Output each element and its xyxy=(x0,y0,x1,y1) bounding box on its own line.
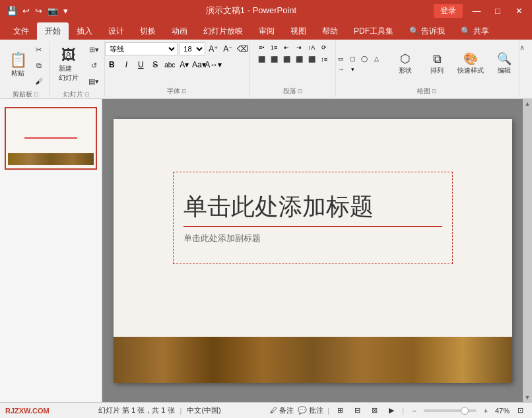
new-slide-label: 新建幻灯片 xyxy=(59,64,79,83)
scroll-down-button[interactable]: ▼ xyxy=(524,393,531,402)
tab-pdf[interactable]: PDF工具集 xyxy=(346,22,401,40)
slides-expand-icon[interactable]: ⊡ xyxy=(84,91,90,98)
zoom-slider[interactable] xyxy=(424,409,477,412)
normal-view-button[interactable]: ⊞ xyxy=(333,405,347,417)
tab-slideshow[interactable]: 幻灯片放映 xyxy=(195,22,251,40)
edit-button[interactable]: 🔍 编辑 xyxy=(490,51,519,77)
tab-review[interactable]: 审阅 xyxy=(251,22,283,40)
redo-icon[interactable]: ↪ xyxy=(34,5,44,17)
font-color-button[interactable]: A▾ xyxy=(178,58,191,71)
ribbon-collapse-button[interactable]: ∧ xyxy=(519,44,525,52)
slide-canvas[interactable]: 单击此处添加标题 单击此处添加副标题 xyxy=(114,119,512,383)
quick-style-button[interactable]: 🎨 快速样式 xyxy=(454,51,487,77)
login-button[interactable]: 登录 xyxy=(433,3,463,18)
shape-oval[interactable]: ◯ xyxy=(359,54,370,63)
convert-smartart-button[interactable]: ⟳ xyxy=(318,42,330,53)
slide-info: 幻灯片 第 1 张，共 1 张 xyxy=(98,405,175,415)
copy-button[interactable]: ⧉ xyxy=(32,58,46,73)
shape-button[interactable]: ⬡ 形状 xyxy=(391,51,420,77)
align-center-button[interactable]: ⬛ xyxy=(268,54,280,65)
tab-home[interactable]: 开始 xyxy=(37,22,69,40)
reading-view-button[interactable]: ⊠ xyxy=(368,405,381,417)
tab-help[interactable]: 帮助 xyxy=(314,22,346,40)
tab-animations[interactable]: 动画 xyxy=(164,22,195,40)
slide-layout-button[interactable]: ⊞▾ xyxy=(86,42,101,57)
italic-button[interactable]: I xyxy=(119,58,133,71)
indent-decrease-button[interactable]: ⇤ xyxy=(281,42,292,53)
slide-title-text: 单击此处添加标题 xyxy=(183,191,442,223)
tab-design[interactable]: 设计 xyxy=(100,22,132,40)
maximize-button[interactable]: □ xyxy=(490,3,506,18)
new-slide-button[interactable]: 🖼 新建幻灯片 xyxy=(52,46,85,85)
tab-share[interactable]: 🔍 共享 xyxy=(453,22,496,40)
comments-button[interactable]: 💬 批注 xyxy=(298,405,323,415)
right-scrollbar[interactable]: ▲ ▼ xyxy=(523,99,532,402)
bullets-button[interactable]: ≡• xyxy=(255,42,267,53)
font-name-select[interactable]: 等线 xyxy=(105,42,178,55)
scroll-up-button[interactable]: ▲ xyxy=(524,99,531,108)
justify-button[interactable]: ⬛ xyxy=(293,54,305,65)
notes-button[interactable]: 🖊 备注 xyxy=(270,405,294,415)
format-painter-button[interactable]: 🖌 xyxy=(32,74,46,88)
text-direction-button[interactable]: ↕A xyxy=(306,42,317,53)
font-expand-icon[interactable]: ⊡ xyxy=(182,88,187,94)
font-row-1: 等线 18 A⁺ A⁻ ⌫ xyxy=(105,42,249,55)
slideshow-button[interactable]: ▶ xyxy=(385,405,398,417)
increase-font-button[interactable]: A⁺ xyxy=(207,42,220,55)
canvas-area[interactable]: 单击此处添加标题 单击此处添加副标题 xyxy=(102,99,523,402)
tab-file[interactable]: 文件 xyxy=(5,22,37,40)
align-left-button[interactable]: ⬛ xyxy=(255,54,267,65)
font-case-button[interactable]: Aa▾ xyxy=(192,58,205,71)
app-title: 演示文稿1 - PowerPoint xyxy=(69,5,433,17)
align-right-button[interactable]: ⬛ xyxy=(281,54,292,65)
tab-transitions[interactable]: 切换 xyxy=(132,22,164,40)
paragraph-expand-icon[interactable]: ⊡ xyxy=(298,88,303,94)
title-placeholder[interactable]: 单击此处添加标题 单击此处添加副标题 xyxy=(173,172,453,264)
fit-slide-button[interactable]: ⊡ xyxy=(514,405,527,417)
underline-button[interactable]: U xyxy=(134,58,147,71)
shape-rounded[interactable]: ▢ xyxy=(347,54,358,63)
zoom-handle[interactable] xyxy=(461,407,469,415)
clear-format-button[interactable]: ⌫ xyxy=(236,42,249,55)
zoom-level: 47% xyxy=(495,407,510,415)
cut-button[interactable]: ✂ xyxy=(32,42,46,57)
shape-more[interactable]: ▾ xyxy=(347,65,358,74)
slide-reset-button[interactable]: ↺ xyxy=(86,58,101,73)
char-spacing-button[interactable]: A↔▾ xyxy=(207,58,220,71)
slide-section-button[interactable]: ▤▾ xyxy=(86,74,101,88)
bold-button[interactable]: B xyxy=(105,58,118,71)
undo-icon[interactable]: ↩ xyxy=(21,5,31,17)
clipboard-expand-icon[interactable]: ⊡ xyxy=(34,91,39,98)
tab-view[interactable]: 视图 xyxy=(283,22,314,40)
indent-increase-button[interactable]: ⇥ xyxy=(293,42,305,53)
minimize-button[interactable]: — xyxy=(469,3,484,18)
strikethrough-button[interactable]: S xyxy=(149,58,162,71)
shape-arrow[interactable]: → xyxy=(335,65,346,74)
line-spacing-button[interactable]: ↕≡ xyxy=(318,54,330,65)
watermark: RJZXW.COM xyxy=(5,407,50,415)
shape-triangle[interactable]: △ xyxy=(371,54,382,63)
font-size-select[interactable]: 18 xyxy=(179,42,205,55)
slide-thumbnail[interactable] xyxy=(5,107,97,170)
ribbon-tabs: 文件 开始 插入 设计 切换 动画 幻灯片放映 审阅 视图 帮助 PDF工具集 … xyxy=(0,21,532,40)
tab-insert[interactable]: 插入 xyxy=(69,22,100,40)
decrease-font-button[interactable]: A⁻ xyxy=(221,42,234,55)
screenshot-icon[interactable]: 📷 xyxy=(46,5,59,17)
close-button[interactable]: ✕ xyxy=(511,3,527,18)
shadow-button[interactable]: abc xyxy=(163,58,176,71)
clipboard-content: 📋 粘贴 ✂ ⧉ 🖌 xyxy=(6,42,46,88)
numbering-button[interactable]: 1≡ xyxy=(268,42,280,53)
dropdown-icon[interactable]: ▾ xyxy=(62,5,69,17)
zoom-in-button[interactable]: + xyxy=(479,405,492,417)
font-content: 等线 18 A⁺ A⁻ ⌫ B I U S abc A▾ Aa▾ A↔▾ xyxy=(105,42,249,85)
save-icon[interactable]: 💾 xyxy=(5,5,18,17)
arrange-button[interactable]: ⧉ 排列 xyxy=(422,51,451,77)
tab-search[interactable]: 🔍 告诉我 xyxy=(401,22,453,40)
zoom-out-button[interactable]: − xyxy=(408,405,421,417)
drawing-expand-icon[interactable]: ⊡ xyxy=(432,88,437,94)
shape-rect[interactable]: ▭ xyxy=(335,54,346,63)
slide-sorter-button[interactable]: ⊟ xyxy=(350,405,364,417)
columns-button[interactable]: ⬛ xyxy=(306,54,317,65)
quick-style-icon: 🎨 xyxy=(463,53,478,65)
paste-button[interactable]: 📋 粘贴 xyxy=(6,51,30,80)
